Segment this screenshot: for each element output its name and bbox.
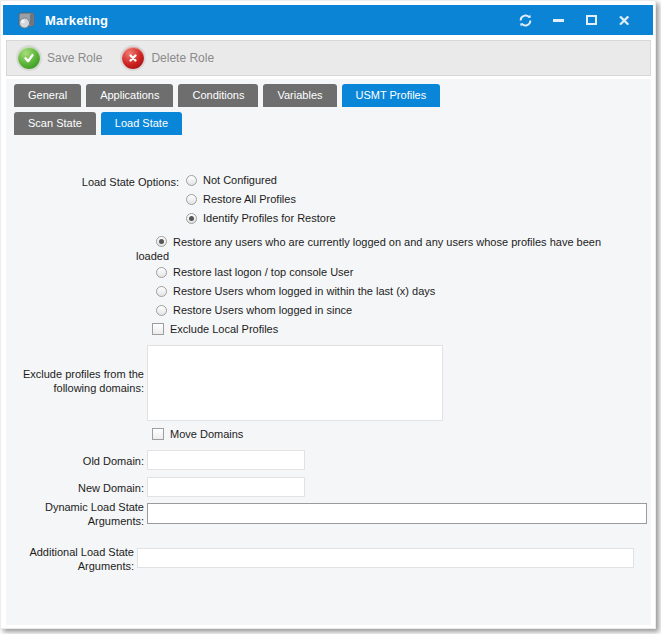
new-domain-label: New Domain: [6, 481, 144, 495]
minimize-icon[interactable] [550, 12, 566, 28]
tab-applications[interactable]: Applications [86, 84, 173, 107]
tab-usmt-profiles[interactable]: USMT Profiles [342, 84, 441, 107]
refresh-icon[interactable] [517, 12, 533, 28]
radio-label: Identify Profiles for Restore [203, 212, 336, 224]
radio-row-restore-all-profiles[interactable]: Restore All Profiles [186, 193, 296, 205]
main-tab-bar: General Applications Conditions Variable… [14, 84, 440, 107]
load-state-options-label: Load State Options: [6, 175, 179, 189]
tab-general[interactable]: General [14, 84, 81, 107]
save-role-button[interactable]: Save Role [18, 47, 102, 69]
radio-label: Restore last logon / top console User [173, 266, 353, 278]
radio-not-configured[interactable] [186, 175, 197, 186]
close-icon[interactable]: ✕ [616, 12, 632, 28]
save-role-label: Save Role [47, 51, 102, 65]
radio-label: Restore Users whom logged in within the … [173, 285, 435, 297]
window-title: Marketing [45, 13, 108, 28]
radio-row-restore-last-logon[interactable]: Restore last logon / top console User [156, 266, 353, 278]
radio-label: Restore All Profiles [203, 193, 296, 205]
radio-label: Restore Users whom logged in since [173, 304, 352, 316]
radio-row-restore-since[interactable]: Restore Users whom logged in since [156, 304, 352, 316]
old-domain-input[interactable] [147, 450, 305, 470]
exclude-domains-textarea[interactable] [147, 345, 443, 421]
dynamic-args-input[interactable] [147, 503, 647, 524]
checkbox-label: Exclude Local Profiles [170, 323, 278, 335]
toolbar: Save Role Delete Role [6, 40, 651, 76]
radio-row-identify-profiles[interactable]: Identify Profiles for Restore [186, 212, 336, 224]
radio-restore-all-profiles[interactable] [186, 194, 197, 205]
tab-scan-state[interactable]: Scan State [14, 112, 96, 135]
radio-row-restore-logged-on-users[interactable]: Restore any users who are currently logg… [136, 235, 631, 263]
content-panel: General Applications Conditions Variable… [6, 79, 651, 625]
tab-conditions[interactable]: Conditions [178, 84, 258, 107]
titlebar: Marketing ✕ [3, 5, 653, 35]
exclude-domains-label: Exclude profiles from the following doma… [6, 367, 144, 395]
radio-restore-last-x-days[interactable] [156, 286, 167, 297]
checkbox-exclude-local-profiles[interactable] [152, 323, 164, 335]
app-icon [16, 12, 36, 29]
radio-restore-logged-on-users[interactable] [156, 236, 167, 247]
tab-variables[interactable]: Variables [263, 84, 336, 107]
checkbox-label: Move Domains [170, 428, 243, 440]
dynamic-args-label: Dynamic Load State Arguments: [6, 500, 144, 528]
delete-role-button[interactable]: Delete Role [122, 47, 214, 69]
radio-restore-last-logon[interactable] [156, 267, 167, 278]
delete-x-icon [122, 47, 144, 69]
radio-row-not-configured[interactable]: Not Configured [186, 174, 277, 186]
tab-load-state[interactable]: Load State [101, 112, 182, 135]
checkbox-move-domains[interactable] [152, 428, 164, 440]
radio-restore-since[interactable] [156, 305, 167, 316]
new-domain-input[interactable] [147, 477, 305, 497]
old-domain-label: Old Domain: [6, 454, 144, 468]
delete-role-label: Delete Role [151, 51, 214, 65]
additional-args-label: Additional Load State Arguments: [6, 545, 134, 573]
radio-label: Not Configured [203, 174, 277, 186]
window-controls: ✕ [517, 12, 632, 28]
radio-row-restore-last-x-days[interactable]: Restore Users whom logged in within the … [156, 285, 435, 297]
radio-identify-profiles[interactable] [186, 213, 197, 224]
save-check-icon [18, 47, 40, 69]
checkbox-row-move-domains[interactable]: Move Domains [152, 428, 243, 440]
additional-args-input[interactable] [137, 548, 634, 568]
checkbox-row-exclude-local-profiles[interactable]: Exclude Local Profiles [152, 323, 278, 335]
sub-tab-bar: Scan State Load State [14, 112, 182, 135]
maximize-icon[interactable] [583, 12, 599, 28]
radio-label: Restore any users who are currently logg… [136, 236, 601, 262]
app-window: Marketing ✕ Save Role [0, 0, 656, 629]
